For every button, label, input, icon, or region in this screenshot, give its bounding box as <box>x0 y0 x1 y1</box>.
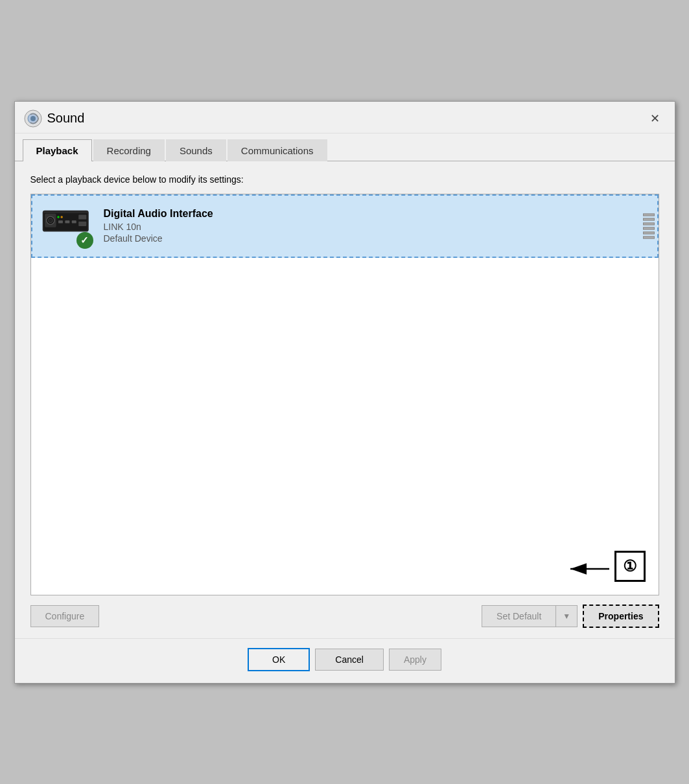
bottom-row: OK Cancel Apply <box>15 638 675 683</box>
tab-playback[interactable]: Playback <box>23 139 92 161</box>
title-bar: Sound ✕ <box>15 102 675 133</box>
svg-rect-12 <box>71 220 76 223</box>
svg-point-2 <box>30 116 36 121</box>
set-default-dropdown[interactable]: ▼ <box>556 605 578 627</box>
svg-rect-14 <box>78 222 86 226</box>
button-row: Configure Set Default ▼ Properties <box>30 605 659 628</box>
cancel-button[interactable]: Cancel <box>315 649 384 671</box>
annotation-number: ① <box>614 551 646 582</box>
configure-button[interactable]: Configure <box>30 605 100 627</box>
tab-bar: Playback Recording Sounds Communications <box>15 133 675 161</box>
tab-sounds[interactable]: Sounds <box>166 139 226 161</box>
apply-button[interactable]: Apply <box>389 649 441 671</box>
svg-point-9 <box>60 216 62 218</box>
device-name: Digital Audio Interface <box>104 208 648 220</box>
device-status: Default Device <box>104 233 648 244</box>
scroll-decoration <box>643 213 655 238</box>
sound-icon <box>24 110 42 128</box>
svg-point-7 <box>48 218 53 222</box>
content-area: Select a playback device below to modify… <box>15 161 675 638</box>
device-list[interactable]: Digital Audio Interface LINK 10n Default… <box>30 194 659 595</box>
device-icon-wrapper <box>41 203 93 249</box>
svg-rect-13 <box>78 214 86 219</box>
properties-button[interactable]: Properties <box>583 605 659 628</box>
svg-rect-11 <box>65 220 69 223</box>
tab-recording[interactable]: Recording <box>93 139 165 161</box>
annotation-area: ① <box>614 551 646 582</box>
set-default-button[interactable]: Set Default <box>482 605 556 627</box>
instruction-text: Select a playback device below to modify… <box>30 174 659 185</box>
svg-rect-15 <box>43 211 88 213</box>
device-sub: LINK 10n <box>104 222 648 232</box>
ok-button[interactable]: OK <box>248 648 310 671</box>
svg-point-8 <box>57 216 59 218</box>
device-item[interactable]: Digital Audio Interface LINK 10n Default… <box>31 194 659 258</box>
window-title: Sound <box>47 111 645 126</box>
set-default-group: Set Default ▼ <box>482 605 578 627</box>
device-info: Digital Audio Interface LINK 10n Default… <box>104 208 648 244</box>
tab-communications[interactable]: Communications <box>228 139 327 161</box>
default-device-badge <box>76 232 93 249</box>
svg-rect-10 <box>58 220 63 223</box>
sound-dialog: Sound ✕ Playback Recording Sounds Commun… <box>14 101 675 684</box>
annotation-arrow <box>564 556 616 588</box>
close-button[interactable]: ✕ <box>645 108 666 129</box>
